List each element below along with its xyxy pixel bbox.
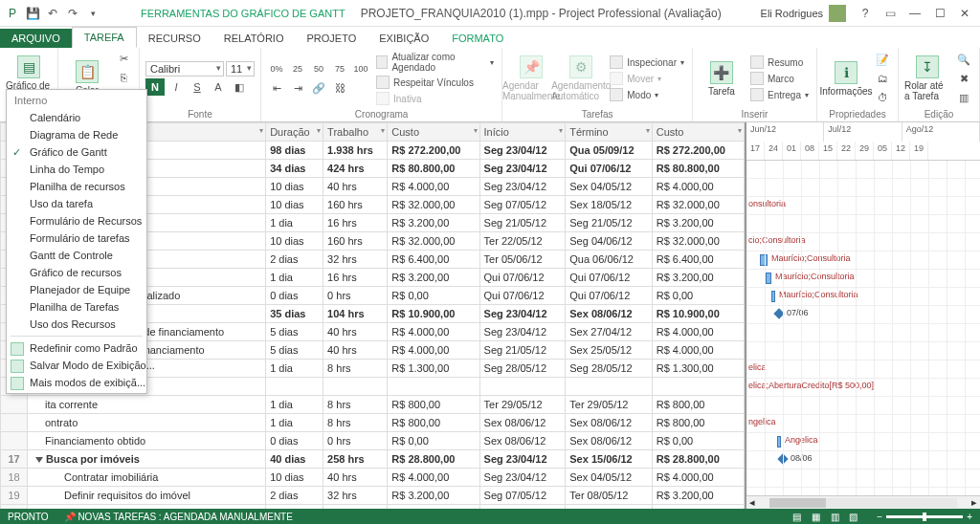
task-cell[interactable]: R$ 10.900,00 [652, 305, 744, 323]
task-cell[interactable]: R$ 6.400,00 [652, 251, 744, 269]
information-button[interactable]: ℹInformações [823, 52, 869, 105]
task-cell[interactable]: 5 dias [266, 323, 323, 341]
gantt-bar[interactable] [766, 273, 771, 284]
task-cell[interactable]: 0 dias [266, 432, 323, 450]
task-cell[interactable]: 10 dias [266, 196, 323, 214]
outline-toggle-icon[interactable] [35, 457, 43, 463]
task-cell[interactable]: R$ 32.000,00 [652, 232, 744, 251]
task-cell[interactable]: 258 hrs [323, 450, 388, 469]
timeline-add-icon[interactable]: ⏱ [873, 89, 892, 106]
column-header[interactable]: Custo▾ [388, 123, 479, 142]
view-menu-item[interactable]: Calendário [7, 109, 146, 126]
gantt-row[interactable] [746, 469, 980, 488]
task-name-cell[interactable]: ita corrente [28, 396, 266, 414]
task-cell[interactable]: 1 dia [266, 396, 323, 414]
gantt-row[interactable]: elica [746, 360, 980, 379]
close-icon[interactable]: ✕ [953, 4, 976, 23]
task-cell[interactable]: 0 hrs [323, 287, 388, 305]
row-number[interactable] [1, 414, 28, 432]
row-number[interactable] [1, 432, 28, 450]
gantt-h-scrollbar[interactable]: ◂▸ [746, 495, 980, 509]
task-button[interactable]: ➕Tarefa [699, 52, 745, 105]
mode-button[interactable]: Modo▾ [608, 87, 686, 102]
view-menu-footer-item[interactable]: Salvar Modo de Exibição [7, 357, 146, 374]
gantt-row[interactable]: ngelica [746, 415, 980, 433]
gantt-row[interactable] [746, 342, 980, 360]
task-cell[interactable]: Seg 04/06/12 [566, 232, 652, 251]
task-cell[interactable]: 1.938 hrs [323, 142, 388, 160]
find-icon[interactable]: 🔍 [954, 51, 973, 68]
task-cell[interactable]: R$ 4.000,00 [652, 469, 744, 487]
view-menu-item[interactable]: Planilha de Tarefas [7, 298, 146, 316]
task-cell[interactable]: 8 hrs [323, 396, 388, 414]
pct-100-icon[interactable]: 100 [351, 60, 370, 77]
manual-schedule-button[interactable]: 📌Agendar Manualmente [508, 52, 554, 105]
tab-projeto[interactable]: PROJETO [296, 29, 368, 48]
task-cell[interactable]: R$ 4.000,00 [652, 323, 744, 341]
column-header[interactable]: Custo▾ [652, 123, 744, 142]
column-header[interactable]: Duração▾ [266, 123, 323, 142]
gantt-row[interactable] [746, 397, 980, 415]
task-cell[interactable]: Sex 08/06/12 [566, 414, 652, 432]
zoom-slider[interactable] [886, 515, 963, 518]
unlink-icon[interactable]: ⛓ [330, 79, 349, 97]
task-cell[interactable]: Seg 23/04/12 [479, 450, 566, 469]
gantt-bar[interactable] [760, 254, 768, 266]
gantt-row[interactable]: 07/06 [746, 306, 980, 324]
minimize-icon[interactable]: — [903, 4, 926, 23]
task-cell[interactable]: Seg 07/05/12 [479, 196, 566, 214]
view-menu-item[interactable]: Gráfico de recursos [7, 264, 146, 281]
task-cell[interactable]: 8 hrs [323, 360, 388, 378]
task-cell[interactable]: R$ 4.000,00 [652, 178, 744, 196]
task-name-cell[interactable]: Definir requisitos do imóvel [28, 487, 266, 505]
task-cell[interactable]: Seg 23/04/12 [479, 469, 566, 487]
redo-icon[interactable]: ↷ [64, 5, 81, 22]
task-cell[interactable]: R$ 800,00 [388, 414, 479, 432]
gantt-row[interactable]: elica;AberturaCredito[R$ 500,00] [746, 379, 980, 397]
task-cell[interactable]: Qui 07/06/12 [566, 160, 652, 178]
pct-75-icon[interactable]: 75 [330, 60, 349, 77]
qat-dropdown-icon[interactable]: ▾ [84, 5, 101, 22]
gantt-row[interactable]: cio;Consultoria [746, 233, 980, 251]
outdent-icon[interactable]: ⇤ [267, 79, 286, 97]
zoom-out-icon[interactable]: − [877, 512, 882, 522]
task-cell[interactable]: 1 dia [266, 414, 323, 432]
cut-icon[interactable]: ✂ [114, 50, 133, 67]
view-menu-footer-item[interactable]: Redefinir como Padrão [7, 339, 146, 357]
gantt-row[interactable]: 08/06 [746, 451, 980, 469]
task-cell[interactable]: 32 hrs [323, 487, 388, 505]
task-cell[interactable] [266, 378, 323, 396]
task-cell[interactable]: Qui 07/06/12 [479, 287, 566, 305]
task-cell[interactable]: R$ 32.000,00 [652, 196, 744, 214]
tab-exibicao[interactable]: EXIBIÇÃO [368, 29, 440, 48]
view-menu-item[interactable]: Formulário de Recursos [7, 212, 146, 229]
font-color-icon[interactable]: A [209, 78, 228, 96]
task-cell[interactable]: R$ 3.200,00 [652, 214, 744, 232]
task-name-cell[interactable]: Financiamento obtido [28, 432, 266, 450]
view-menu-item[interactable]: Formulário de tarefas [7, 229, 146, 247]
task-cell[interactable]: R$ 80.800,00 [388, 160, 479, 178]
task-cell[interactable]: R$ 1.300,00 [652, 360, 744, 378]
gantt-bar[interactable] [777, 436, 781, 448]
row-number[interactable]: 18 [1, 469, 28, 487]
task-cell[interactable]: Sex 27/04/12 [566, 323, 652, 341]
task-cell[interactable]: 35 dias [266, 305, 323, 323]
fill-color-icon[interactable]: ◧ [230, 78, 249, 96]
task-cell[interactable]: 40 hrs [323, 469, 388, 487]
task-cell[interactable] [652, 378, 744, 396]
task-cell[interactable]: Seg 21/05/12 [566, 214, 652, 232]
task-name-cell[interactable]: Contratar imobiliária [28, 469, 266, 487]
task-cell[interactable]: Seg 07/05/12 [479, 487, 566, 505]
task-cell[interactable]: 34 dias [266, 160, 323, 178]
gantt-row[interactable]: onsultoria [746, 197, 980, 215]
task-cell[interactable]: R$ 272.200,00 [388, 142, 479, 160]
task-row[interactable]: 17Busca por imóveis40 dias258 hrsR$ 28.8… [1, 450, 745, 469]
task-cell[interactable]: 424 hrs [323, 160, 388, 178]
ribbon-collapse-icon[interactable]: ▭ [879, 4, 902, 23]
task-cell[interactable]: R$ 28.800,00 [388, 450, 479, 469]
task-cell[interactable]: Sex 04/05/12 [566, 178, 652, 196]
task-cell[interactable] [566, 378, 652, 396]
column-header[interactable]: Início▾ [479, 123, 566, 142]
task-cell[interactable]: 104 hrs [323, 305, 388, 323]
task-cell[interactable]: 10 dias [266, 178, 323, 196]
